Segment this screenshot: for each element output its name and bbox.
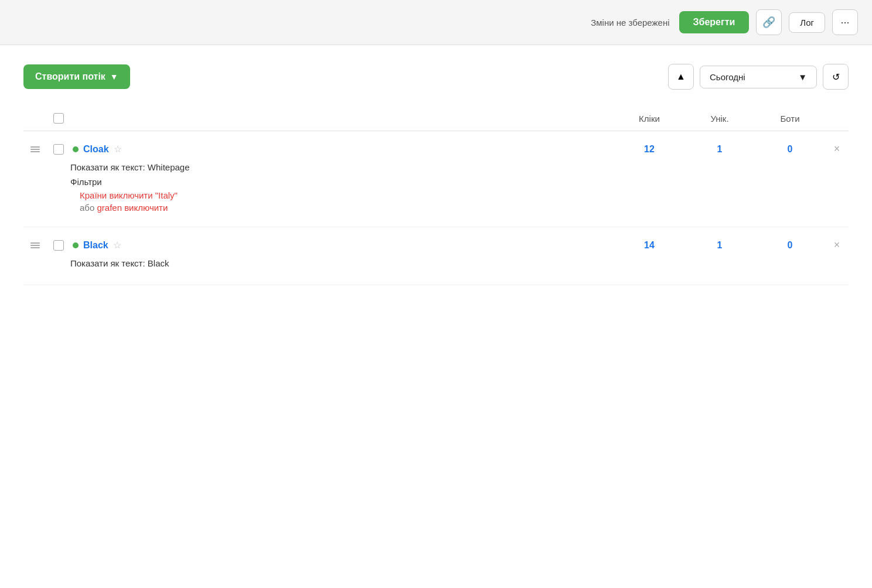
filter-item: Країни виключити "Italy" (70, 190, 849, 200)
select-all-checkbox[interactable] (53, 113, 64, 124)
period-select[interactable]: Сьогодні ▼ (700, 66, 817, 88)
star-icon-black[interactable]: ☆ (113, 240, 121, 251)
flow-details-black: Показати як текст: Black (23, 258, 849, 268)
flow-name-black[interactable]: Black (83, 240, 108, 251)
status-dot-black (73, 242, 79, 248)
svg-rect-2 (30, 151, 40, 152)
sort-button[interactable]: ▲ (668, 64, 694, 90)
drag-handle-black[interactable] (23, 241, 47, 250)
period-arrow-icon: ▼ (798, 72, 807, 82)
flows-list: Cloak ☆ 12 1 0 × Показати як текст: Whit… (23, 131, 849, 285)
toolbar-right: ▲ Сьогодні ▼ ↺ (668, 64, 849, 90)
flow-show-as-cloak: Показати як текст: Whitepage (70, 162, 849, 172)
link-button[interactable]: 🔗 (756, 9, 782, 35)
svg-rect-4 (30, 245, 40, 246)
link-icon: 🔗 (762, 16, 775, 29)
create-flow-arrow: ▼ (110, 72, 118, 81)
header-clicks: Кліки (614, 114, 684, 124)
create-flow-label: Створити потік (35, 71, 105, 82)
status-dot-cloak (73, 146, 79, 152)
refresh-button[interactable]: ↺ (823, 64, 849, 90)
period-value: Сьогодні (710, 72, 745, 82)
log-button[interactable]: Лог (789, 12, 825, 33)
flow-uniq-black: 1 (684, 240, 755, 251)
flow-clicks-black: 14 (614, 240, 684, 251)
filter-or-text: grafen виключити (97, 203, 168, 213)
flow-bots-black: 0 (755, 240, 825, 251)
main-content: Створити потік ▼ ▲ Сьогодні ▼ ↺ Кліки Ун… (0, 45, 872, 588)
svg-rect-1 (30, 149, 40, 150)
flow-row-cloak: Cloak ☆ 12 1 0 × Показати як текст: Whit… (23, 131, 849, 227)
flow-name-cloak[interactable]: Cloak (83, 144, 109, 155)
toolbar: Створити потік ▼ ▲ Сьогодні ▼ ↺ (23, 64, 849, 90)
unsaved-label: Зміни не збережені (591, 18, 669, 28)
refresh-icon: ↺ (832, 71, 840, 83)
create-flow-button[interactable]: Створити потік ▼ (23, 64, 130, 89)
flow-details-cloak: Показати як текст: Whitepage ФільтриКраї… (23, 162, 849, 213)
drag-icon (30, 145, 40, 154)
flow-close-black[interactable]: × (825, 239, 849, 251)
header-checkbox-cell[interactable] (47, 113, 70, 124)
svg-rect-0 (30, 146, 40, 148)
flow-checkbox-cloak[interactable] (53, 144, 64, 155)
header-bots: Боти (755, 114, 825, 124)
flow-clicks-cloak: 12 (614, 144, 684, 155)
topbar: Зміни не збережені Зберегти 🔗 Лог ··· (0, 0, 872, 45)
save-button[interactable]: Зберегти (679, 11, 750, 33)
filter-or-item: або grafen виключити (70, 203, 849, 213)
flow-checkbox-black[interactable] (53, 240, 64, 251)
filters-label-cloak: Фільтри (70, 177, 849, 187)
drag-handle-cloak[interactable] (23, 145, 47, 154)
flow-name-cell-black: Black ☆ (70, 240, 614, 251)
drag-icon (30, 241, 40, 250)
header-uniq: Унік. (684, 114, 755, 124)
flow-row-black: Black ☆ 14 1 0 × Показати як текст: Blac… (23, 227, 849, 285)
svg-rect-3 (30, 242, 40, 244)
flow-close-cloak[interactable]: × (825, 143, 849, 155)
star-icon-cloak[interactable]: ☆ (114, 143, 122, 155)
more-icon: ··· (840, 16, 849, 29)
flow-name-cell-cloak: Cloak ☆ (70, 143, 614, 155)
flow-uniq-cloak: 1 (684, 144, 755, 155)
sort-icon: ▲ (676, 71, 686, 82)
table-header: Кліки Унік. Боти (23, 108, 849, 131)
more-button[interactable]: ··· (832, 9, 858, 35)
flow-bots-cloak: 0 (755, 144, 825, 155)
flow-show-as-black: Показати як текст: Black (70, 258, 849, 268)
svg-rect-5 (30, 247, 40, 248)
